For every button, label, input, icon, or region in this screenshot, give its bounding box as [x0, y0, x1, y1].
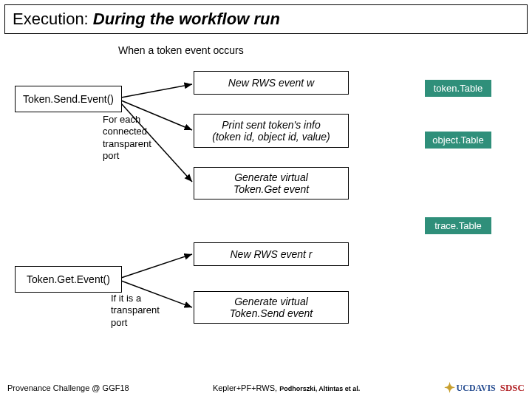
trace-table-tag: trace.Table: [425, 217, 491, 234]
svg-line-0: [121, 84, 192, 98]
subtitle: When a token event occurs: [118, 44, 532, 56]
object-table-tag: object.Table: [425, 132, 491, 149]
token-send-event-box: Token.Send.Event(): [15, 86, 122, 112]
token-table-tag: token.Table: [425, 80, 491, 97]
ucdavis-icon: ✦: [444, 381, 455, 395]
if-transparent-caption: If it is atransparentport: [111, 293, 160, 329]
diagram-canvas: Token.Send.Event() For eachconnectedtran…: [0, 56, 532, 374]
print-info-box: Print sent token's info(token id, object…: [194, 114, 349, 148]
token-get-event-box: Token.Get.Event(): [15, 266, 122, 293]
footer: Provenance Challenge @ GGF18 Kepler+PF+R…: [0, 381, 532, 395]
cite-main: Kepler+PF+RWS,: [213, 383, 277, 392]
new-rws-r-box: New RWS event r: [194, 242, 349, 266]
title-plain: Execution:: [13, 10, 93, 28]
cite-sub: Podhorszki, Altintas et al.: [279, 385, 360, 392]
gen-send-box: Generate virtualToken.Send event: [194, 291, 349, 324]
sdsc-logo: SDSC: [500, 382, 525, 394]
title-bar: Execution: During the workflow run: [4, 4, 528, 34]
svg-line-3: [121, 254, 192, 278]
ucdavis-text: UCDAVIS: [457, 383, 496, 394]
footer-cite: Kepler+PF+RWS, Podhorszki, Altintas et a…: [213, 383, 360, 392]
title-emph: During the workflow run: [93, 10, 280, 28]
footer-left: Provenance Challenge @ GGF18: [7, 383, 129, 392]
footer-logos: ✦ UCDAVIS SDSC: [444, 381, 525, 395]
ucdavis-logo: ✦ UCDAVIS: [444, 381, 496, 395]
gen-get-box: Generate virtualToken.Get event: [194, 167, 349, 200]
for-each-caption: For eachconnectedtransparentport: [103, 114, 151, 162]
new-rws-w-box: New RWS event w: [194, 71, 349, 95]
